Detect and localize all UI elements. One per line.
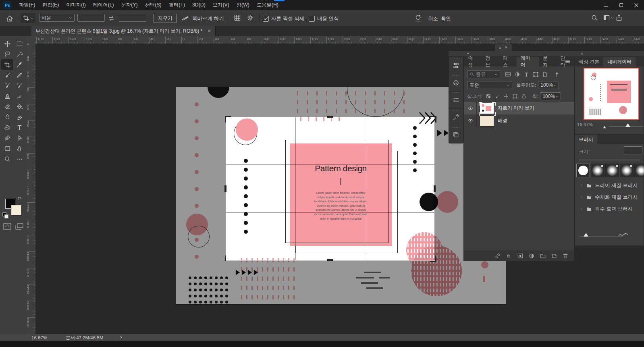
crop-width-input[interactable] <box>77 14 105 22</box>
search-icon[interactable] <box>591 14 598 21</box>
menu-item-6[interactable]: 선택(S) <box>141 0 165 10</box>
type-tool[interactable] <box>13 122 25 133</box>
tab-색상 견본[interactable]: 색상 견본 <box>575 57 603 66</box>
straighten-label[interactable]: 똑바르게 하기 <box>192 15 224 22</box>
filter-toggle-icon[interactable] <box>554 71 560 77</box>
fill-select[interactable]: 100% <box>540 92 561 100</box>
swap-colors-icon[interactable] <box>17 197 22 202</box>
reset-crop-icon[interactable] <box>415 14 422 21</box>
link-layers-icon[interactable] <box>494 253 501 259</box>
libraries-panel-icon[interactable] <box>449 57 463 74</box>
ruler-top[interactable]: 1801601401201008060402002040608010012014… <box>35 36 644 44</box>
document-tab[interactable]: 부산경상대 온라인 콘텐츠 9월1일 3.jpg @ 16.7% (자르기 미리… <box>31 26 216 36</box>
mixer-brush-tool[interactable] <box>1 80 13 91</box>
menu-item-8[interactable]: 3D(D) <box>189 0 209 10</box>
lock-all-icon[interactable] <box>521 94 527 99</box>
content-aware-checkbox[interactable]: 내용 인식 <box>309 15 339 22</box>
filter-shape-layers-icon[interactable] <box>533 71 539 77</box>
pen-tool[interactable] <box>1 133 13 143</box>
tab-속성[interactable]: 속성 <box>464 57 482 66</box>
navigator-preview[interactable] <box>584 68 639 120</box>
layer-thumbnail[interactable] <box>480 116 494 126</box>
move-tool[interactable] <box>1 38 13 49</box>
tab-레이어[interactable]: 레이어 <box>517 57 539 66</box>
cancel-crop-button[interactable]: 취소 <box>426 15 440 22</box>
status-zoom-input[interactable]: 16.67% <box>31 335 47 340</box>
brush-size-slider[interactable] <box>579 160 640 160</box>
rectangular-marquee-tool[interactable] <box>13 38 25 49</box>
home-icon[interactable] <box>6 15 14 23</box>
filter-adjustment-layers-icon[interactable] <box>514 71 520 77</box>
brush-preset-1[interactable] <box>576 164 590 177</box>
quick-mask-icon[interactable] <box>3 223 11 230</box>
layer-effects-icon[interactable]: fx <box>506 253 512 259</box>
crop-tool-preset[interactable] <box>21 13 35 23</box>
zoom-tool[interactable] <box>1 154 13 164</box>
tab-정보[interactable]: 정보 <box>482 57 499 66</box>
delete-layer-icon[interactable] <box>562 253 569 259</box>
brush-tool[interactable] <box>1 70 13 80</box>
layer-thumbnail[interactable] <box>480 103 494 114</box>
lock-position-icon[interactable] <box>503 94 509 99</box>
adjustment-layer-icon[interactable] <box>528 253 535 259</box>
crop-edge-handle[interactable] <box>327 259 333 261</box>
opacity-select[interactable]: 100% <box>538 81 559 89</box>
close-panel-icon[interactable]: ✕ <box>505 46 508 50</box>
tab-내비게이터[interactable]: 내비게이터 <box>603 57 636 66</box>
menu-item-3[interactable]: 이미지(I) <box>62 0 89 10</box>
brush-group-2[interactable]: 수채화 재질 브러시 <box>580 194 643 201</box>
art-history-brush-tool[interactable] <box>13 91 25 101</box>
tool-presets-panel-icon[interactable] <box>449 109 463 126</box>
crop-corner-handle[interactable] <box>225 116 231 123</box>
expand-dock-icon[interactable]: « <box>581 51 583 56</box>
maximize-button[interactable] <box>617 3 625 8</box>
crop-edge-handle[interactable] <box>327 116 333 118</box>
blur-tool[interactable] <box>1 112 13 122</box>
filter-pixel-layers-icon[interactable] <box>505 71 511 77</box>
lock-artboard-icon[interactable] <box>512 94 518 99</box>
lock-paint-icon[interactable] <box>494 94 500 99</box>
menu-item-7[interactable]: 필터(T) <box>165 0 189 10</box>
clear-button[interactable]: 지우기 <box>154 14 177 23</box>
shape-tool[interactable] <box>1 143 13 154</box>
paint-bucket-tool[interactable] <box>13 101 25 112</box>
sponge-tool[interactable] <box>1 122 13 133</box>
blend-mode-select[interactable]: 표준 <box>467 81 512 89</box>
brush-size-input[interactable] <box>624 146 642 154</box>
history-brush-tool[interactable] <box>13 80 25 91</box>
delete-cropped-pixels-checkbox[interactable]: 자른 픽셀 삭제 <box>263 15 304 22</box>
eraser-tool[interactable] <box>1 101 13 112</box>
share-icon[interactable] <box>615 14 623 21</box>
magic-wand-tool[interactable] <box>13 49 25 59</box>
direct-selection-tool[interactable] <box>13 133 25 143</box>
filter-smart-objects-icon[interactable] <box>542 71 548 77</box>
hand-tool[interactable] <box>13 143 25 154</box>
clone-source-panel-icon[interactable] <box>449 126 463 143</box>
crop-corner-handle[interactable] <box>430 116 436 123</box>
tab-brushes[interactable]: 브러시 <box>575 135 597 144</box>
adjustments-panel-icon[interactable] <box>449 74 463 91</box>
layer-filter-select[interactable]: 종류 <box>467 70 500 78</box>
close-button[interactable] <box>632 3 641 8</box>
pencil-tool[interactable] <box>13 70 25 80</box>
crop-corner-handle[interactable] <box>225 256 231 261</box>
brush-preset-5[interactable] <box>634 164 644 177</box>
layer-row[interactable]: 배경 <box>464 114 574 127</box>
lasso-tool[interactable] <box>1 49 13 59</box>
background-color-swatch[interactable] <box>11 205 21 215</box>
menu-item-2[interactable]: 편집(E) <box>39 0 62 10</box>
ruler-left[interactable]: 6040200204060801001201401601802002202402… <box>27 44 36 334</box>
filter-type-layers-icon[interactable] <box>524 71 530 77</box>
crop-tool[interactable] <box>1 59 13 70</box>
layer-visibility-eye-icon[interactable] <box>464 102 477 114</box>
paragraph-styles-panel-icon[interactable] <box>449 91 463 109</box>
menu-item-10[interactable]: 창(W) <box>233 0 253 10</box>
menu-item-4[interactable]: 레이어(L) <box>89 0 118 10</box>
workspace-panel-icon[interactable] <box>603 14 614 21</box>
menu-item-9[interactable]: 보기(V) <box>209 0 233 10</box>
smudge-tool[interactable] <box>13 112 25 122</box>
menu-item-11[interactable]: 도움말(H) <box>253 0 282 10</box>
layer-visibility-eye-icon[interactable] <box>464 114 477 127</box>
brush-group-3[interactable]: 특수 효과 브러시 <box>580 206 643 212</box>
brush-group-1[interactable]: 드라이 재질 브러시 <box>580 182 643 189</box>
